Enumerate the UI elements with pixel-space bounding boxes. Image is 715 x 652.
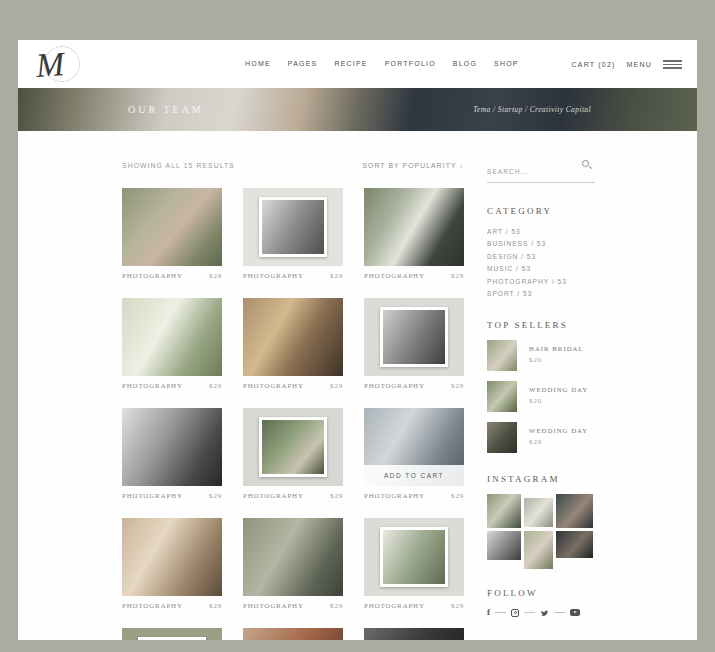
product-image[interactable] xyxy=(243,628,343,640)
youtube-icon[interactable] xyxy=(570,609,580,616)
menu-link[interactable]: MENU xyxy=(627,61,652,68)
shop-main: SHOWING ALL 15 RESULTS SORT BY POPULARIT… xyxy=(122,160,464,640)
product-image[interactable] xyxy=(243,518,343,596)
product-card[interactable]: PHOTOGRAPHY $29 xyxy=(364,518,464,610)
product-image[interactable]: ADD TO CART xyxy=(364,408,464,486)
top-seller-info: WEDDING DAY $20 xyxy=(529,381,588,412)
product-caption: PHOTOGRAPHY $29 xyxy=(364,272,464,280)
top-seller-item[interactable]: WEDDING DAY $20 xyxy=(487,381,595,412)
category-item[interactable]: DESIGN / 53 xyxy=(487,251,595,263)
product-caption: PHOTOGRAPHY $29 xyxy=(122,492,222,500)
nav-item[interactable]: HOME xyxy=(245,60,271,67)
sort-dropdown[interactable]: SORT BY POPULARITY ↓ xyxy=(362,162,464,169)
instagram-thumbnail[interactable] xyxy=(556,494,593,528)
product-photo xyxy=(380,527,448,588)
product-card[interactable]: PHOTOGRAPHY $29 xyxy=(243,408,343,500)
top-seller-name[interactable]: WEDDING DAY xyxy=(529,386,588,393)
product-name[interactable]: PHOTOGRAPHY xyxy=(364,272,425,280)
product-name[interactable]: PHOTOGRAPHY xyxy=(364,492,425,500)
instagram-thumbnail[interactable] xyxy=(524,498,553,527)
product-grid: PHOTOGRAPHY $29 PHOTOGRAPHY $29 xyxy=(122,188,464,640)
top-seller-info: WEDDING DAY $20 xyxy=(529,422,588,453)
top-seller-thumbnail[interactable] xyxy=(487,422,517,453)
instagram-thumbnail[interactable] xyxy=(487,531,521,560)
product-image[interactable] xyxy=(122,628,222,640)
product-price: $29 xyxy=(451,272,464,280)
product-image[interactable] xyxy=(243,188,343,266)
product-card[interactable]: PHOTOGRAPHY $29 xyxy=(243,298,343,390)
nav-item[interactable]: BLOG xyxy=(453,60,477,67)
product-image[interactable] xyxy=(122,408,222,486)
top-seller-thumbnail[interactable] xyxy=(487,381,517,412)
product-name[interactable]: PHOTOGRAPHY xyxy=(243,492,304,500)
nav-item[interactable]: RECIPE xyxy=(334,60,367,67)
sidebar: CATEGORY ART / 53BUSINESS / 53DESIGN / 5… xyxy=(487,160,595,640)
product-card[interactable]: PHOTOGRAPHY $29 xyxy=(243,628,343,640)
top-seller-name[interactable]: HAIR BRIDAL xyxy=(529,345,584,352)
product-caption: PHOTOGRAPHY $29 xyxy=(122,382,222,390)
search-icon[interactable] xyxy=(582,160,589,167)
instagram-icon[interactable] xyxy=(511,609,519,617)
category-item[interactable]: MUSIC / 53 xyxy=(487,263,595,275)
product-card[interactable]: PHOTOGRAPHY $29 xyxy=(122,408,222,500)
category-item[interactable]: BUSINESS / 53 xyxy=(487,238,595,250)
product-image[interactable] xyxy=(364,188,464,266)
top-sellers-heading: TOP SELLERS xyxy=(487,320,595,330)
product-image[interactable] xyxy=(364,298,464,376)
nav-item[interactable]: PORTFOLIO xyxy=(385,60,436,67)
product-card[interactable]: PHOTOGRAPHY $29 xyxy=(122,188,222,280)
product-card[interactable]: PHOTOGRAPHY $29 xyxy=(364,628,464,640)
add-to-cart-button[interactable]: ADD TO CART xyxy=(364,465,464,486)
category-item[interactable]: ART / 53 xyxy=(487,226,595,238)
nav-item[interactable]: PAGES xyxy=(288,60,318,67)
site-logo[interactable]: M xyxy=(34,44,86,90)
twitter-icon[interactable] xyxy=(540,609,549,617)
product-price: $29 xyxy=(330,382,343,390)
cart-link[interactable]: CART (02) xyxy=(572,61,616,68)
top-seller-item[interactable]: HAIR BRIDAL $20 xyxy=(487,340,595,371)
product-name[interactable]: PHOTOGRAPHY xyxy=(364,602,425,610)
product-card[interactable]: PHOTOGRAPHY $29 xyxy=(243,188,343,280)
product-card[interactable]: PHOTOGRAPHY $29 xyxy=(122,298,222,390)
product-image[interactable] xyxy=(122,298,222,376)
product-name[interactable]: PHOTOGRAPHY xyxy=(122,602,183,610)
instagram-thumbnail[interactable] xyxy=(524,531,553,569)
product-card[interactable]: PHOTOGRAPHY $29 xyxy=(243,518,343,610)
product-name[interactable]: PHOTOGRAPHY xyxy=(122,382,183,390)
hamburger-icon[interactable] xyxy=(663,60,682,69)
top-seller-item[interactable]: WEDDING DAY $20 xyxy=(487,422,595,453)
product-name[interactable]: PHOTOGRAPHY xyxy=(364,382,425,390)
product-price: $29 xyxy=(209,492,222,500)
product-image[interactable] xyxy=(122,518,222,596)
instagram-thumbnail[interactable] xyxy=(487,494,521,528)
product-card[interactable]: PHOTOGRAPHY $29 xyxy=(122,628,222,640)
product-name[interactable]: PHOTOGRAPHY xyxy=(122,492,183,500)
product-card[interactable]: PHOTOGRAPHY $29 xyxy=(122,518,222,610)
product-name[interactable]: PHOTOGRAPHY xyxy=(243,382,304,390)
results-count: SHOWING ALL 15 RESULTS xyxy=(122,162,235,169)
top-seller-name[interactable]: WEDDING DAY xyxy=(529,427,588,434)
page-title: OUR TEAM xyxy=(128,104,204,115)
divider xyxy=(554,612,565,613)
product-price: $29 xyxy=(330,602,343,610)
product-name[interactable]: PHOTOGRAPHY xyxy=(122,272,183,280)
product-price: $29 xyxy=(451,382,464,390)
top-seller-info: HAIR BRIDAL $20 xyxy=(529,340,584,371)
product-image[interactable] xyxy=(364,518,464,596)
nav-item[interactable]: SHOP xyxy=(494,60,519,67)
category-item[interactable]: PHOTOGRAPHY / 53 xyxy=(487,276,595,288)
facebook-icon[interactable]: f xyxy=(487,608,490,617)
product-image[interactable] xyxy=(364,628,464,640)
product-name[interactable]: PHOTOGRAPHY xyxy=(243,602,304,610)
product-image[interactable] xyxy=(243,298,343,376)
instagram-thumbnail[interactable] xyxy=(556,531,593,558)
product-card[interactable]: ADD TO CART PHOTOGRAPHY $29 xyxy=(364,408,464,500)
product-name[interactable]: PHOTOGRAPHY xyxy=(243,272,304,280)
product-image[interactable] xyxy=(243,408,343,486)
category-item[interactable]: SPORT / 53 xyxy=(487,288,595,300)
product-card[interactable]: PHOTOGRAPHY $29 xyxy=(364,188,464,280)
top-seller-thumbnail[interactable] xyxy=(487,340,517,371)
product-card[interactable]: PHOTOGRAPHY $29 xyxy=(364,298,464,390)
search-input[interactable] xyxy=(487,168,579,175)
product-image[interactable] xyxy=(122,188,222,266)
